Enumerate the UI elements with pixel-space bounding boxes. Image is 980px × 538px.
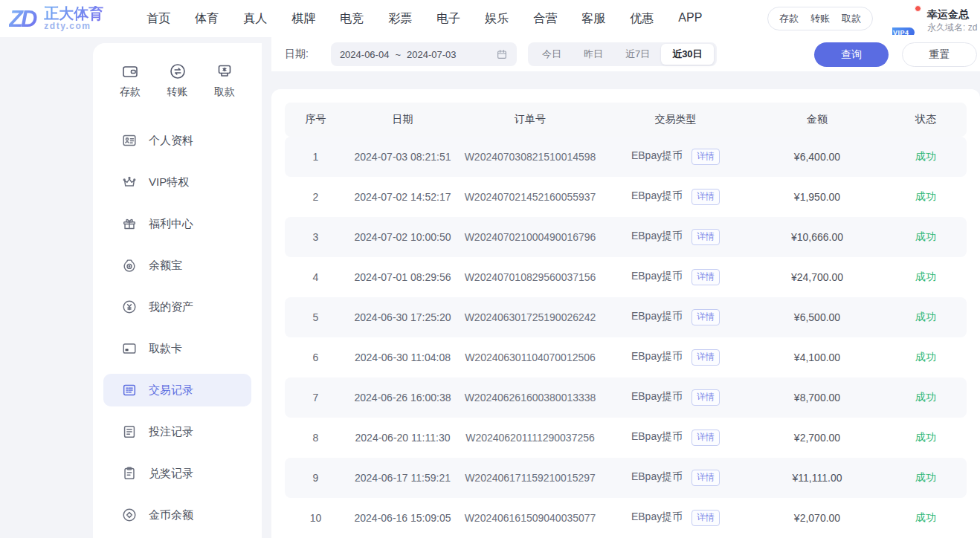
user-name: 幸运金总 (927, 7, 977, 22)
nav-item[interactable]: 娱乐 (485, 11, 509, 27)
column-header-status: 状态 (885, 113, 967, 126)
redeem-records-icon (121, 465, 138, 482)
brand-logo[interactable]: ZD 正大体育 zdty.com (9, 6, 103, 31)
transaction-type-text: EBpay提币 (631, 390, 683, 402)
id-card-icon (121, 132, 138, 149)
detail-tag-button[interactable]: 详情 (692, 470, 720, 486)
quick-action-label: 存款 (120, 85, 141, 99)
user-box[interactable]: VIP4 幸运金总 永久域名: zd (892, 2, 980, 35)
table-row: 8 2024-06-20 11:11:30 W20240620111129003… (285, 418, 967, 458)
cell-status: 成功 (885, 150, 967, 163)
date-range-input[interactable]: 2024-06-04 ~ 2024-07-03 (331, 42, 517, 66)
detail-tag-button[interactable]: 详情 (692, 269, 720, 285)
cell-status: 成功 (885, 270, 967, 284)
nav-item[interactable]: 电子 (436, 11, 460, 27)
cell-amount: ¥8,700.00 (749, 392, 885, 404)
quick-range-button[interactable]: 近30日 (661, 44, 713, 65)
quick-action-deposit[interactable]: 存款 (120, 62, 141, 99)
cell-type: EBpay提币 详情 (602, 430, 749, 446)
nav-item[interactable]: 合营 (533, 11, 557, 27)
sidebar-item-transaction-records[interactable]: 交易记录 (93, 369, 262, 411)
date-end-value: 2024-07-03 (407, 49, 457, 60)
table-row: 3 2024-07-02 10:00:50 W20240702100049001… (285, 217, 967, 257)
search-button[interactable]: 查询 (814, 42, 889, 67)
sidebar-item-redeem-records[interactable]: 兑奖记录 (93, 453, 262, 494)
deposit-wallet-icon (121, 62, 139, 80)
detail-tag-button[interactable]: 详情 (692, 229, 720, 245)
sidebar-item-vip[interactable]: VIP特权 (93, 161, 262, 203)
wallet-action-button[interactable]: 存款 (779, 12, 799, 25)
transaction-records-icon (121, 382, 138, 398)
sidebar-item-bet-records[interactable]: 投注记录 (93, 411, 262, 453)
nav-item[interactable]: 客服 (581, 11, 605, 27)
cell-type: EBpay提币 详情 (602, 510, 749, 526)
detail-tag-button[interactable]: 详情 (692, 430, 720, 446)
sidebar-item-profile[interactable]: 个人资料 (93, 120, 262, 161)
cell-date: 2024-06-20 11:11:30 (346, 432, 459, 444)
cell-order-no: W202406301725190026242 (459, 311, 602, 323)
transaction-type-text: EBpay提币 (631, 270, 683, 282)
quick-range-button[interactable]: 今日 (531, 44, 573, 65)
cell-status: 成功 (885, 511, 967, 525)
cell-amount: ¥4,100.00 (749, 351, 885, 363)
date-filter-label: 日期: (285, 48, 309, 61)
sidebar-item-yuebao[interactable]: 余额宝 (93, 244, 262, 286)
cell-type: EBpay提币 详情 (602, 229, 749, 245)
cell-order-no: W202406201111290037256 (459, 432, 602, 444)
nav-item[interactable]: 电竞 (340, 11, 364, 27)
assets-icon (121, 299, 138, 315)
detail-tag-button[interactable]: 详情 (692, 189, 720, 205)
cell-order-no: W202407021452160055937 (459, 191, 602, 203)
quick-range-button[interactable]: 近7日 (614, 44, 661, 65)
sidebar-quick-actions: 存款 转账 取款 (93, 43, 262, 103)
cell-index: 2 (285, 191, 346, 203)
brand-logo-icon: ZD (9, 7, 38, 30)
cell-order-no: W202407030821510014598 (459, 151, 602, 163)
nav-item[interactable]: 体育 (195, 11, 219, 27)
detail-tag-button[interactable]: 详情 (692, 349, 720, 366)
sidebar-item-label: 投注记录 (149, 425, 193, 439)
detail-tag-button[interactable]: 详情 (692, 510, 720, 526)
cell-status: 成功 (885, 311, 967, 324)
nav-item[interactable]: 真人 (243, 11, 267, 27)
sidebar-item-coin-balance[interactable]: 金币余额 (93, 494, 262, 536)
sidebar-item-withdraw-card[interactable]: 取款卡 (93, 328, 262, 369)
sidebar-item-label: 兑奖记录 (149, 467, 193, 481)
cell-amount: ¥1,950.00 (749, 191, 885, 203)
nav-item[interactable]: 首页 (146, 11, 170, 27)
detail-tag-button[interactable]: 详情 (692, 389, 720, 406)
cell-date: 2024-06-30 17:25:20 (346, 311, 459, 323)
reset-button[interactable]: 重置 (902, 42, 977, 67)
transaction-type-text: EBpay提币 (631, 310, 683, 322)
cell-order-no: W202406161509040035077 (459, 512, 602, 524)
brand-domain: zdty.com (44, 22, 103, 31)
coin-balance-icon (121, 507, 138, 523)
cell-type: EBpay提币 详情 (602, 269, 749, 285)
quick-range-button[interactable]: 昨日 (573, 44, 614, 65)
quick-action-withdraw[interactable]: 取款 (214, 62, 235, 99)
nav-item[interactable]: 彩票 (388, 11, 412, 27)
transaction-type-text: EBpay提币 (631, 149, 683, 161)
gift-icon (121, 215, 138, 232)
wallet-action-button[interactable]: 取款 (842, 12, 861, 25)
quick-action-transfer[interactable]: 转账 (167, 62, 188, 99)
sidebar-item-welfare[interactable]: 福利中心 (93, 203, 262, 244)
sidebar-item-label: 金币余额 (149, 508, 193, 522)
sidebar-item-assets[interactable]: 我的资产 (93, 286, 262, 328)
detail-tag-button[interactable]: 详情 (692, 309, 720, 325)
cell-index: 4 (285, 271, 346, 283)
cell-amount: ¥2,700.00 (749, 432, 885, 444)
cell-amount: ¥10,666.00 (749, 231, 885, 243)
nav-item[interactable]: APP (678, 11, 702, 27)
cell-index: 10 (285, 512, 346, 524)
nav-item[interactable]: 优惠 (630, 11, 654, 27)
cell-index: 5 (285, 311, 346, 323)
wallet-action-button[interactable]: 转账 (810, 12, 830, 25)
transaction-type-text: EBpay提币 (631, 189, 683, 201)
cell-status: 成功 (885, 391, 967, 404)
nav-item[interactable]: 棋牌 (291, 11, 315, 27)
calendar-icon (496, 48, 508, 60)
balance-treasure-icon (121, 257, 138, 273)
detail-tag-button[interactable]: 详情 (692, 149, 720, 165)
cell-date: 2024-07-01 08:29:56 (346, 271, 459, 283)
